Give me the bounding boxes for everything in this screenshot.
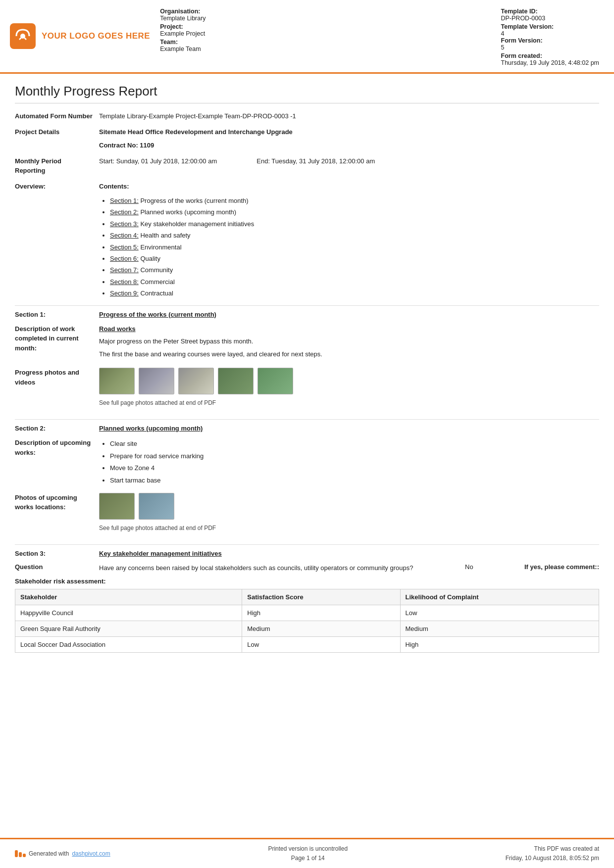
question-content: Have any concerns been raised by local s… [99,563,599,573]
table-row: Green Square Rail Authority Medium Mediu… [15,621,599,637]
org-row: Organisation: Template Library [160,8,205,22]
monthly-period-label: Monthly Period Reporting [15,156,99,176]
photo-thumb-2 [139,368,174,394]
photos-upcoming-value: See full page photos attached at end of … [99,493,599,538]
period-start: Start: Sunday, 01 July 2018, 12:00:00 am [99,156,217,166]
generated-text: Generated with [29,850,69,857]
desc-upcoming-value: Clear site Prepare for road service mark… [99,438,599,487]
list-item: Prepare for road service marking [110,450,599,463]
photo-thumb-1 [99,368,135,394]
photo-caption: See full page photos attached at end of … [99,398,599,407]
desc-work-row: Description of work completed in current… [15,324,599,362]
report-title: Monthly Progress Report [15,84,599,103]
col-header-stakeholder: Stakeholder [15,589,242,605]
progress-photos-value: See full page photos attached at end of … [99,368,599,413]
photo-thumb-5 [257,368,293,394]
table-cell-likelihood: High [400,637,599,653]
pdf-created-text: This PDF was created at [506,844,599,854]
upcoming-photo-thumb-1 [99,493,135,520]
list-item: Section 2: Planned works (upcoming month… [110,206,599,218]
bar-icon-1 [15,850,18,857]
upcoming-photo-thumb-2 [139,493,174,520]
question-label: Question [15,563,99,571]
project-details-label: Project Details [15,127,99,137]
desc-work-text1: Major progress on the Peter Street bypas… [99,337,599,346]
header-meta: Organisation: Template Library Project: … [160,6,599,66]
monthly-period-row: Monthly Period Reporting Start: Sunday, … [15,156,599,176]
table-cell-stakeholder: Green Square Rail Authority [15,621,242,637]
list-item: Section 4: Health and safety [110,230,599,241]
footer-link[interactable]: dashpivot.com [72,850,110,857]
table-cell-satisfaction: Medium [242,621,400,637]
list-item: Move to Zone 4 [110,462,599,475]
question-text: Have any concerns been raised by local s… [99,563,465,573]
form-created-row: Form created: Thursday, 19 July 2018, 4:… [501,52,600,66]
col-header-likelihood: Likelihood of Complaint [400,589,599,605]
section1-label: Section 1: [15,311,99,318]
stakeholder-heading: Stakeholder risk assessment: [15,578,599,585]
bar-icon-2 [19,852,22,857]
progress-photos-row: Progress photos and videos See full page… [15,368,599,413]
photo-thumbnails [99,368,599,394]
project-details-row: Project Details Sitemate Head Office Red… [15,127,599,150]
table-header-row: Stakeholder Satisfaction Score Likelihoo… [15,589,599,605]
stakeholder-table: Stakeholder Satisfaction Score Likelihoo… [15,589,599,653]
upcoming-photo-thumbnails [99,493,599,520]
table-cell-likelihood: Low [400,605,599,621]
list-item: Section 7: Community [110,264,599,276]
photos-upcoming-row: Photos of upcoming works locations: See … [15,493,599,538]
list-item: Clear site [110,438,599,450]
question-comment: If yes, please comment:: [524,563,599,571]
header-col-left: Organisation: Template Library Project: … [160,8,205,52]
photo-caption2: See full page photos attached at end of … [99,524,599,532]
desc-upcoming-row: Description of upcoming works: Clear sit… [15,438,599,487]
template-id-row: Template ID: DP-PROD-0003 [501,8,600,22]
page-text: Page 1 of 14 [268,854,348,863]
desc-work-text2: The first the base and wearing courses w… [99,349,599,359]
list-item: Section 6: Quality [110,253,599,264]
footer-right: This PDF was created at Friday, 10 Augus… [506,844,599,863]
photo-thumb-4 [218,368,254,394]
automated-form-label: Automated Form Number [15,111,99,121]
period-end: End: Tuesday, 31 July 2018, 12:00:00 am [256,156,375,166]
page-footer: Generated with dashpivot.com Printed ver… [0,838,614,868]
project-row: Project: Example Project [160,23,205,37]
pdf-created-date: Friday, 10 August 2018, 8:05:52 pm [506,854,599,863]
footer-logo-icon [15,850,26,857]
page-header: YOUR LOGO GOES HERE Organisation: Templa… [0,0,614,74]
table-cell-satisfaction: High [242,605,400,621]
footer-center: Printed version is uncontrolled Page 1 o… [268,844,348,863]
section2-header: Section 2: Planned works (upcoming month… [15,425,599,432]
photo-thumb-3 [178,368,214,394]
section2-label: Section 2: [15,425,99,432]
table-cell-satisfaction: Low [242,637,400,653]
list-item: Section 3: Key stakeholder management in… [110,218,599,230]
col-header-satisfaction: Satisfaction Score [242,589,400,605]
period-dates: Start: Sunday, 01 July 2018, 12:00:00 am… [99,156,599,166]
desc-upcoming-label: Description of upcoming works: [15,438,99,457]
section2-heading: Planned works (upcoming month) [99,425,203,432]
question-no: No [465,563,524,571]
team-row: Team: Example Team [160,39,205,52]
logo-text: YOUR LOGO GOES HERE [42,31,150,41]
list-item: Section 5: Environmental [110,241,599,253]
desc-work-label: Description of work completed in current… [15,324,99,353]
desc-work-value: Road works Major progress on the Peter S… [99,324,599,362]
footer-logo: Generated with dashpivot.com [15,850,110,857]
contents-label: Contents: [99,182,599,192]
automated-form-value: Template Library-Example Project-Example… [99,111,599,121]
bar-icon-3 [23,854,26,857]
table-row: Local Soccer Dad Association Low High [15,637,599,653]
table-row: Happyville Council High Low [15,605,599,621]
printed-text: Printed version is uncontrolled [268,844,348,854]
overview-value: Contents: Section 1: Progress of the wor… [99,182,599,299]
desc-work-heading: Road works [99,324,599,334]
photos-upcoming-label: Photos of upcoming works locations: [15,493,99,512]
upcoming-works-list: Clear site Prepare for road service mark… [99,438,599,487]
monthly-period-value: Start: Sunday, 01 July 2018, 12:00:00 am… [99,156,599,166]
overview-label: Overview: [15,182,99,192]
section1-heading: Progress of the works (current month) [99,311,216,318]
section1-header: Section 1: Progress of the works (curren… [15,311,599,318]
question-row: Question Have any concerns been raised b… [15,563,599,573]
section3-heading: Key stakeholder management initiatives [99,550,222,557]
